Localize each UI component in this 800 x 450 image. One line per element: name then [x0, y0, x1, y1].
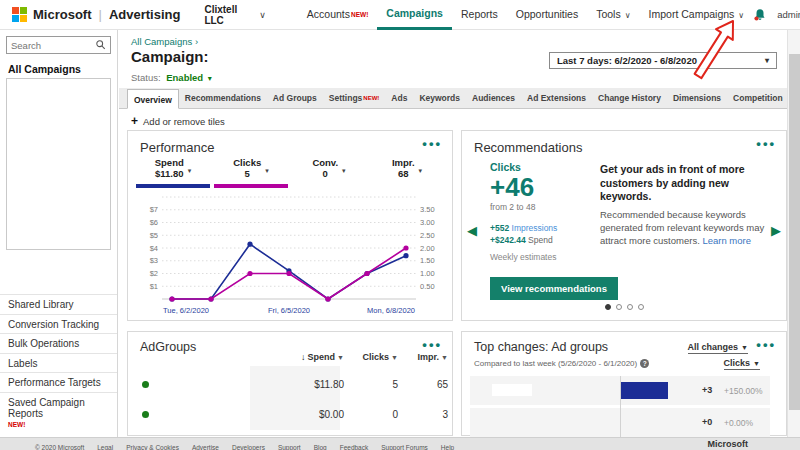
nav-item-opportunities[interactable]: Opportunities	[507, 0, 587, 30]
status-cell	[128, 381, 162, 388]
tab-label: Change History	[598, 93, 661, 103]
left-sidebar: All Campaigns Shared LibraryConversion T…	[0, 30, 118, 437]
footer-link[interactable]: Support Forums	[381, 444, 428, 450]
clicks-cell: 5	[354, 379, 406, 390]
tab-ad-extensions[interactable]: Ad Extensions	[521, 88, 592, 108]
nav-item-accounts[interactable]: AccountsNEW!	[298, 0, 378, 30]
metric-text: Impr.68	[392, 158, 415, 180]
info-icon[interactable]: ?	[640, 359, 649, 368]
tab-recommendations[interactable]: Recommendations	[179, 88, 267, 108]
account-selector[interactable]: Clixtell LLC ∨	[200, 4, 269, 26]
footer-link[interactable]: Advertise	[192, 444, 219, 450]
carousel-dot[interactable]	[616, 304, 622, 310]
nav-item-label: Reports	[461, 8, 498, 20]
new-badge: NEW!	[363, 95, 379, 101]
view-recommendations-button[interactable]: View recommendations	[490, 277, 618, 300]
tab-ads[interactable]: Ads	[385, 88, 413, 108]
metric-dropdown[interactable]: Clicks▼	[724, 358, 760, 370]
tab-competition[interactable]: Competition	[727, 88, 789, 108]
nav-item-reports[interactable]: Reports	[452, 0, 507, 30]
impr-cell: 65	[406, 379, 454, 390]
metric-conv[interactable]: Conv.0▾	[290, 158, 368, 180]
column-header-impr[interactable]: Impr.▼	[406, 352, 454, 362]
all-campaigns-label: All Campaigns	[0, 58, 117, 78]
sidebar-item-bulk-operations[interactable]: Bulk Operations	[0, 333, 117, 353]
vertical-scrollbar[interactable]	[787, 30, 800, 437]
sidebar-item-saved-campaign-reports[interactable]: Saved Campaign ReportsNEW!	[0, 392, 117, 431]
chevron-down-icon: ∨	[259, 10, 266, 20]
footer-link[interactable]: Support	[278, 444, 301, 450]
change-value: +3	[702, 385, 712, 395]
metric-text: Conv.0	[312, 158, 338, 180]
performance-metrics: Spend$11.80▾Clicks5▾Conv.0▾Impr.68▾	[134, 158, 448, 180]
tab-ad-groups[interactable]: Ad Groups	[267, 88, 323, 108]
metric-impr[interactable]: Impr.68▾	[368, 158, 446, 180]
nav-item-campaigns[interactable]: Campaigns	[377, 0, 452, 30]
card-menu-dots-icon[interactable]: •••	[756, 136, 776, 151]
card-menu-dots-icon[interactable]: •••	[756, 337, 776, 352]
breadcrumb[interactable]: All Campaigns ›	[131, 36, 198, 47]
footer-link[interactable]: Help	[441, 444, 454, 450]
notifications-bell-icon[interactable]	[753, 8, 767, 22]
table-row[interactable]: $11.80565	[128, 371, 454, 397]
footer-link[interactable]: Feedback	[340, 444, 369, 450]
date-range-selector[interactable]: Last 7 days: 6/2/2020 - 6/8/2020 ▾	[549, 52, 777, 69]
metric-delta: +46	[490, 173, 590, 202]
tab-change-history[interactable]: Change History	[592, 88, 667, 108]
chevron-down-icon: ▾	[342, 167, 346, 175]
top-changes-card: Top changes: Ad groups ••• All changes▼ …	[461, 331, 787, 436]
metric-spend[interactable]: Spend$11.80▾	[134, 158, 212, 180]
sidebar-nav: Shared LibraryConversion TrackingBulk Op…	[0, 294, 117, 431]
tab-audiences[interactable]: Audiences	[466, 88, 521, 108]
all-changes-dropdown[interactable]: All changes▼	[688, 342, 748, 354]
tab-dimensions[interactable]: Dimensions	[667, 88, 727, 108]
search-input[interactable]	[7, 40, 95, 51]
table-row[interactable]: $0.0003	[128, 401, 454, 427]
carousel-dot[interactable]	[627, 304, 633, 310]
footer-link[interactable]: Legal	[97, 444, 113, 450]
sidebar-item-shared-library[interactable]: Shared Library	[0, 294, 117, 314]
sidebar-item-conversion-tracking[interactable]: Conversion Tracking	[0, 314, 117, 334]
tab-label: Keywords	[419, 93, 460, 103]
carousel-dot[interactable]	[605, 304, 611, 310]
tab-label: Settings	[329, 93, 363, 103]
carousel-dot[interactable]	[638, 304, 644, 310]
column-header-clicks[interactable]: Clicks▼	[354, 352, 406, 362]
footer-link[interactable]: Developers	[232, 444, 265, 450]
clicks-cell: 0	[354, 409, 406, 420]
carousel-next-icon[interactable]: ▶	[771, 223, 781, 238]
tab-keywords[interactable]: Keywords	[413, 88, 466, 108]
nav-item-import-campaigns[interactable]: Import Campaigns∨	[640, 0, 754, 30]
sidebar-item-performance-targets[interactable]: Performance Targets	[0, 372, 117, 392]
scrollbar-thumb[interactable]	[789, 54, 800, 410]
redacted-name-box	[492, 384, 532, 396]
sidebar-item-labels[interactable]: Labels	[0, 353, 117, 373]
tab-overview[interactable]: Overview	[127, 89, 179, 109]
product-name: Advertising	[109, 7, 181, 22]
user-email[interactable]: admin@clixtell.com	[777, 9, 800, 20]
sort-descending-icon: ↓	[301, 352, 306, 362]
main-content: All Campaigns › Campaign: Last 7 days: 6…	[119, 30, 787, 437]
footer-link[interactable]: Privacy & Cookies	[126, 444, 179, 450]
tab-settings[interactable]: SettingsNEW!	[323, 88, 386, 108]
metric-value: 5	[233, 169, 261, 180]
card-title: Top changes: Ad groups	[474, 340, 608, 354]
status-value[interactable]: Enabled	[166, 72, 203, 83]
column-header-spend[interactable]: ↓Spend▼	[264, 352, 354, 362]
spend-estimate: +$242.44 Spend	[490, 234, 590, 247]
card-menu-dots-icon[interactable]: •••	[422, 136, 442, 151]
add-or-remove-tiles-button[interactable]: +Add or remove tiles	[131, 114, 225, 128]
brand-divider: |	[99, 7, 102, 22]
metric-value: 0	[312, 169, 338, 180]
metric-clicks[interactable]: Clicks5▾	[212, 158, 290, 180]
svg-text:$4: $4	[150, 244, 158, 253]
footer-link[interactable]: Blog	[314, 444, 327, 450]
recommendation-body: Recommended because keywords generated f…	[600, 209, 772, 247]
footer-link[interactable]: © 2020 Microsoft	[35, 444, 84, 450]
nav-item-tools[interactable]: Tools∨	[587, 0, 639, 30]
learn-more-link[interactable]: Learn more	[702, 235, 751, 246]
card-menu-dots-icon[interactable]: •••	[422, 337, 442, 352]
tab-label: Competition	[733, 93, 783, 103]
carousel-prev-icon[interactable]: ◀	[467, 223, 477, 238]
impr-cell: 3	[406, 409, 454, 420]
